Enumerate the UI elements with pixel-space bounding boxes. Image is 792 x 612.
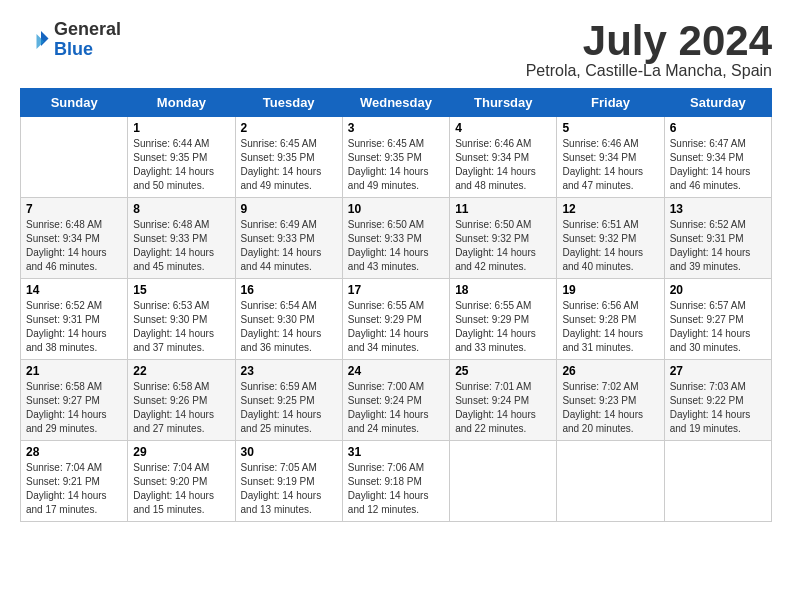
day-info: Sunrise: 6:46 AM Sunset: 9:34 PM Dayligh… <box>562 137 658 193</box>
day-info: Sunrise: 6:48 AM Sunset: 9:34 PM Dayligh… <box>26 218 122 274</box>
calendar-day-27: 27Sunrise: 7:03 AM Sunset: 9:22 PM Dayli… <box>664 360 771 441</box>
calendar-day-18: 18Sunrise: 6:55 AM Sunset: 9:29 PM Dayli… <box>450 279 557 360</box>
calendar-day-7: 7Sunrise: 6:48 AM Sunset: 9:34 PM Daylig… <box>21 198 128 279</box>
day-info: Sunrise: 7:03 AM Sunset: 9:22 PM Dayligh… <box>670 380 766 436</box>
day-info: Sunrise: 6:50 AM Sunset: 9:32 PM Dayligh… <box>455 218 551 274</box>
calendar-week-row: 7Sunrise: 6:48 AM Sunset: 9:34 PM Daylig… <box>21 198 772 279</box>
day-info: Sunrise: 6:45 AM Sunset: 9:35 PM Dayligh… <box>348 137 444 193</box>
calendar-day-20: 20Sunrise: 6:57 AM Sunset: 9:27 PM Dayli… <box>664 279 771 360</box>
calendar-day-19: 19Sunrise: 6:56 AM Sunset: 9:28 PM Dayli… <box>557 279 664 360</box>
calendar-empty-cell <box>664 441 771 522</box>
day-info: Sunrise: 6:46 AM Sunset: 9:34 PM Dayligh… <box>455 137 551 193</box>
calendar-day-12: 12Sunrise: 6:51 AM Sunset: 9:32 PM Dayli… <box>557 198 664 279</box>
day-number: 23 <box>241 364 337 378</box>
calendar-day-14: 14Sunrise: 6:52 AM Sunset: 9:31 PM Dayli… <box>21 279 128 360</box>
day-number: 21 <box>26 364 122 378</box>
day-info: Sunrise: 6:45 AM Sunset: 9:35 PM Dayligh… <box>241 137 337 193</box>
calendar-day-29: 29Sunrise: 7:04 AM Sunset: 9:20 PM Dayli… <box>128 441 235 522</box>
page-header: General Blue July 2024 Petrola, Castille… <box>20 20 772 80</box>
day-of-week-wednesday: Wednesday <box>342 89 449 117</box>
calendar-day-16: 16Sunrise: 6:54 AM Sunset: 9:30 PM Dayli… <box>235 279 342 360</box>
calendar-day-3: 3Sunrise: 6:45 AM Sunset: 9:35 PM Daylig… <box>342 117 449 198</box>
day-number: 10 <box>348 202 444 216</box>
day-number: 2 <box>241 121 337 135</box>
calendar-day-10: 10Sunrise: 6:50 AM Sunset: 9:33 PM Dayli… <box>342 198 449 279</box>
title-block: July 2024 Petrola, Castille-La Mancha, S… <box>526 20 772 80</box>
day-number: 19 <box>562 283 658 297</box>
day-of-week-tuesday: Tuesday <box>235 89 342 117</box>
calendar-week-row: 28Sunrise: 7:04 AM Sunset: 9:21 PM Dayli… <box>21 441 772 522</box>
day-number: 16 <box>241 283 337 297</box>
calendar-empty-cell <box>557 441 664 522</box>
calendar-empty-cell <box>450 441 557 522</box>
day-number: 17 <box>348 283 444 297</box>
calendar-week-row: 21Sunrise: 6:58 AM Sunset: 9:27 PM Dayli… <box>21 360 772 441</box>
calendar-day-9: 9Sunrise: 6:49 AM Sunset: 9:33 PM Daylig… <box>235 198 342 279</box>
day-of-week-saturday: Saturday <box>664 89 771 117</box>
calendar-day-1: 1Sunrise: 6:44 AM Sunset: 9:35 PM Daylig… <box>128 117 235 198</box>
calendar-day-4: 4Sunrise: 6:46 AM Sunset: 9:34 PM Daylig… <box>450 117 557 198</box>
day-number: 8 <box>133 202 229 216</box>
day-of-week-friday: Friday <box>557 89 664 117</box>
day-number: 20 <box>670 283 766 297</box>
day-info: Sunrise: 6:55 AM Sunset: 9:29 PM Dayligh… <box>348 299 444 355</box>
day-of-week-sunday: Sunday <box>21 89 128 117</box>
calendar-day-28: 28Sunrise: 7:04 AM Sunset: 9:21 PM Dayli… <box>21 441 128 522</box>
month-title: July 2024 <box>526 20 772 62</box>
day-info: Sunrise: 6:44 AM Sunset: 9:35 PM Dayligh… <box>133 137 229 193</box>
calendar-table: SundayMondayTuesdayWednesdayThursdayFrid… <box>20 88 772 522</box>
day-number: 18 <box>455 283 551 297</box>
day-info: Sunrise: 6:51 AM Sunset: 9:32 PM Dayligh… <box>562 218 658 274</box>
calendar-day-26: 26Sunrise: 7:02 AM Sunset: 9:23 PM Dayli… <box>557 360 664 441</box>
day-of-week-monday: Monday <box>128 89 235 117</box>
day-number: 22 <box>133 364 229 378</box>
day-number: 9 <box>241 202 337 216</box>
day-number: 5 <box>562 121 658 135</box>
day-number: 28 <box>26 445 122 459</box>
day-info: Sunrise: 7:02 AM Sunset: 9:23 PM Dayligh… <box>562 380 658 436</box>
day-number: 29 <box>133 445 229 459</box>
logo-blue: Blue <box>54 40 121 60</box>
day-info: Sunrise: 6:49 AM Sunset: 9:33 PM Dayligh… <box>241 218 337 274</box>
calendar-day-6: 6Sunrise: 6:47 AM Sunset: 9:34 PM Daylig… <box>664 117 771 198</box>
calendar-day-31: 31Sunrise: 7:06 AM Sunset: 9:18 PM Dayli… <box>342 441 449 522</box>
calendar-day-24: 24Sunrise: 7:00 AM Sunset: 9:24 PM Dayli… <box>342 360 449 441</box>
svg-marker-0 <box>41 31 49 46</box>
calendar-day-23: 23Sunrise: 6:59 AM Sunset: 9:25 PM Dayli… <box>235 360 342 441</box>
calendar-day-22: 22Sunrise: 6:58 AM Sunset: 9:26 PM Dayli… <box>128 360 235 441</box>
day-number: 3 <box>348 121 444 135</box>
logo: General Blue <box>20 20 121 60</box>
calendar-day-21: 21Sunrise: 6:58 AM Sunset: 9:27 PM Dayli… <box>21 360 128 441</box>
day-info: Sunrise: 7:00 AM Sunset: 9:24 PM Dayligh… <box>348 380 444 436</box>
day-info: Sunrise: 7:04 AM Sunset: 9:21 PM Dayligh… <box>26 461 122 517</box>
day-info: Sunrise: 6:58 AM Sunset: 9:26 PM Dayligh… <box>133 380 229 436</box>
day-number: 7 <box>26 202 122 216</box>
location: Petrola, Castille-La Mancha, Spain <box>526 62 772 80</box>
day-info: Sunrise: 6:47 AM Sunset: 9:34 PM Dayligh… <box>670 137 766 193</box>
calendar-empty-cell <box>21 117 128 198</box>
day-info: Sunrise: 6:48 AM Sunset: 9:33 PM Dayligh… <box>133 218 229 274</box>
day-info: Sunrise: 7:04 AM Sunset: 9:20 PM Dayligh… <box>133 461 229 517</box>
day-info: Sunrise: 6:58 AM Sunset: 9:27 PM Dayligh… <box>26 380 122 436</box>
day-number: 30 <box>241 445 337 459</box>
day-number: 11 <box>455 202 551 216</box>
calendar-day-13: 13Sunrise: 6:52 AM Sunset: 9:31 PM Dayli… <box>664 198 771 279</box>
day-number: 15 <box>133 283 229 297</box>
day-info: Sunrise: 6:56 AM Sunset: 9:28 PM Dayligh… <box>562 299 658 355</box>
day-number: 12 <box>562 202 658 216</box>
calendar-day-5: 5Sunrise: 6:46 AM Sunset: 9:34 PM Daylig… <box>557 117 664 198</box>
day-of-week-thursday: Thursday <box>450 89 557 117</box>
logo-icon <box>20 25 50 55</box>
day-info: Sunrise: 6:59 AM Sunset: 9:25 PM Dayligh… <box>241 380 337 436</box>
day-info: Sunrise: 6:50 AM Sunset: 9:33 PM Dayligh… <box>348 218 444 274</box>
day-number: 24 <box>348 364 444 378</box>
day-info: Sunrise: 6:53 AM Sunset: 9:30 PM Dayligh… <box>133 299 229 355</box>
calendar-day-8: 8Sunrise: 6:48 AM Sunset: 9:33 PM Daylig… <box>128 198 235 279</box>
logo-general: General <box>54 20 121 40</box>
day-info: Sunrise: 7:05 AM Sunset: 9:19 PM Dayligh… <box>241 461 337 517</box>
day-info: Sunrise: 6:54 AM Sunset: 9:30 PM Dayligh… <box>241 299 337 355</box>
day-number: 6 <box>670 121 766 135</box>
day-number: 26 <box>562 364 658 378</box>
calendar-header-row: SundayMondayTuesdayWednesdayThursdayFrid… <box>21 89 772 117</box>
calendar-day-11: 11Sunrise: 6:50 AM Sunset: 9:32 PM Dayli… <box>450 198 557 279</box>
